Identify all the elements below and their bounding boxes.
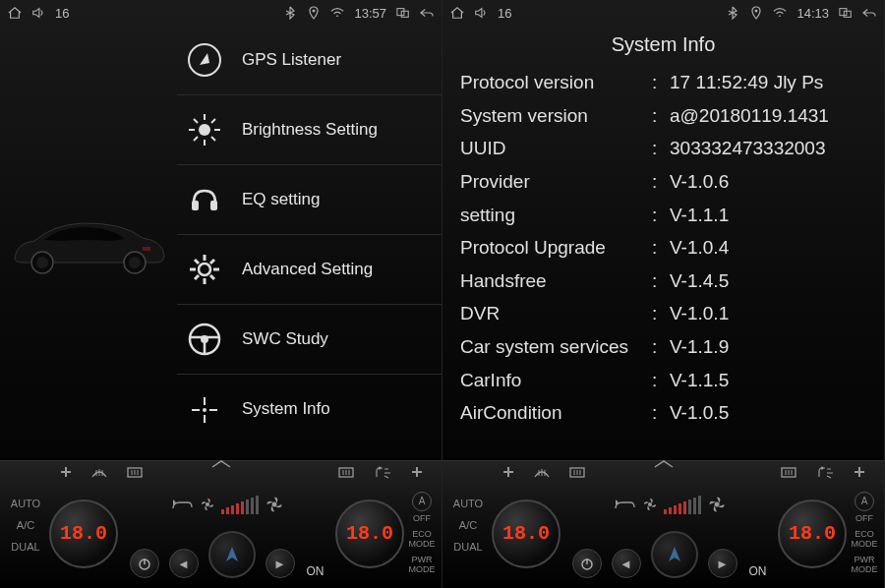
temp-dial-left[interactable]: 18.0 [492,500,560,568]
menu-swc-study[interactable]: SWC Study [177,305,442,375]
menu-eq[interactable]: EQ setting [177,165,442,235]
power-button[interactable] [130,549,159,578]
dual-label[interactable]: DUAL [6,541,45,553]
brightness-icon [183,108,226,151]
plus-icon[interactable] [502,465,515,487]
air-mode-icon[interactable] [815,465,835,487]
svg-point-41 [206,502,209,506]
menu-system-info[interactable]: System Info [177,375,442,444]
home-icon[interactable] [450,6,464,20]
status-bar: 16 13:57 [0,0,442,26]
temp-dial-right[interactable]: 18.0 [778,500,847,568]
svg-line-27 [195,275,199,279]
recents-icon[interactable] [396,6,410,20]
info-row: setting:V-1.1.1 [460,199,866,232]
menu-label: GPS Listener [242,50,341,70]
svg-line-28 [210,260,214,264]
back-icon[interactable] [420,6,434,20]
recirc-icon[interactable] [613,497,636,512]
info-row: AirCondition:V-1.0.5 [460,396,866,430]
system-info-panel: 16 14:13 System Info Protocol version:17… [442,0,885,588]
info-row: Protocol Upgrade:V-1.0.4 [460,231,866,265]
back-icon[interactable] [862,6,876,20]
power-button[interactable] [572,549,602,578]
svg-rect-2 [401,11,408,17]
defrost-rear-icon[interactable] [780,465,797,487]
svg-rect-47 [844,11,851,17]
defrost-front-icon[interactable] [90,465,108,487]
steering-icon [183,318,226,361]
prev-button[interactable]: ◄ [169,549,199,578]
dual-label[interactable]: DUAL [448,541,488,553]
menu-advanced[interactable]: Advanced Setting [177,235,442,305]
info-row: Car system services:V-1.1.9 [460,330,866,364]
recents-icon[interactable] [839,6,853,20]
menu-label: System Info [242,399,330,419]
svg-rect-7 [143,247,150,251]
info-row: UUID:303332473332003 [460,132,866,165]
svg-line-17 [211,119,215,123]
ac-label[interactable]: A/C [448,519,488,531]
defrost-rear-icon[interactable] [337,465,355,487]
next-button[interactable]: ► [266,549,295,578]
plus-icon[interactable] [853,465,866,487]
temp-value: 18.0 [502,522,550,545]
auto-label[interactable]: AUTO [6,498,45,509]
fan-level-bars [664,496,701,514]
fan-icon [707,495,727,514]
system-info-list[interactable]: Protocol version:17 11:52:49 Jly Ps Syst… [442,62,884,460]
menu-label: EQ setting [242,190,320,209]
ac-label[interactable]: A/C [6,519,45,531]
info-row: System version:a@20180119.1431 [460,99,866,133]
volume-level: 16 [55,6,69,21]
home-icon[interactable] [8,6,22,20]
svg-point-4 [36,257,48,268]
svg-point-20 [199,264,210,275]
climate-bar: AUTO A/C DUAL 18.0 ◄ ► ON [0,460,442,588]
svg-point-37 [203,408,206,412]
menu-label: Advanced Setting [242,260,373,279]
svg-rect-18 [192,201,199,210]
nav-dial[interactable] [651,531,698,578]
volume-level: 16 [498,6,511,21]
temp-value: 18.0 [346,522,393,545]
on-label[interactable]: ON [749,564,767,578]
recirc-icon[interactable] [170,497,194,512]
volume-icon[interactable] [31,6,45,20]
info-row: DVR:V-1.0.1 [460,297,866,330]
on-label[interactable]: ON [307,564,324,578]
auto-label[interactable]: AUTO [448,498,488,509]
info-row: CarInfo:V-1.1.5 [460,364,866,397]
plus-icon[interactable] [410,465,424,487]
svg-line-26 [210,275,214,279]
svg-line-15 [211,137,215,141]
status-bar: 16 14:13 [442,0,884,26]
temp-dial-left[interactable]: 18.0 [49,500,118,568]
svg-line-14 [194,119,198,123]
menu-brightness[interactable]: Brightness Setting [177,95,442,165]
wifi-icon [330,6,344,20]
svg-point-52 [714,502,719,507]
svg-rect-46 [840,9,847,16]
svg-point-50 [821,467,824,470]
info-row: Handsfree:V-1.4.5 [460,265,866,298]
settings-panel: 16 13:57 [0,0,442,588]
svg-point-9 [199,124,210,136]
fan-icon [200,497,215,512]
air-mode-icon[interactable] [373,465,392,487]
prev-button[interactable]: ◄ [612,549,641,578]
off-button[interactable]: A [855,492,874,511]
temp-dial-right[interactable]: 18.0 [335,500,404,568]
svg-line-25 [195,260,199,264]
svg-point-0 [313,10,316,13]
volume-icon[interactable] [474,6,488,20]
menu-gps-listener[interactable]: GPS Listener [177,26,442,95]
nav-dial[interactable] [208,531,256,578]
climate-bar: AUTO A/C DUAL 18.0 ◄ ► ON [442,460,884,588]
fan-icon [265,495,284,514]
defrost-front-icon[interactable] [533,465,551,487]
clock: 13:57 [354,6,386,21]
off-button[interactable]: A [412,492,432,511]
next-button[interactable]: ► [708,549,738,578]
plus-icon[interactable] [59,465,73,487]
